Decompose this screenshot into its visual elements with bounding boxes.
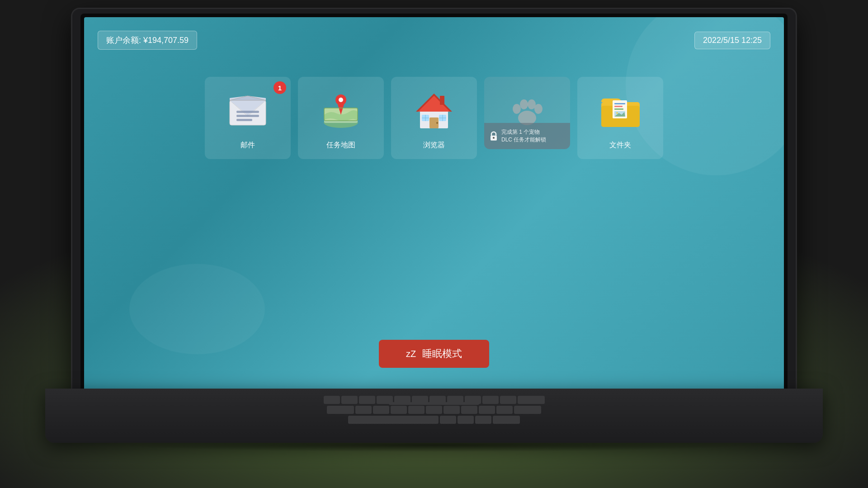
svg-point-27 — [513, 104, 521, 114]
app-tile-browser[interactable]: 浏览器 — [391, 77, 477, 159]
key — [373, 406, 389, 414]
key — [447, 396, 463, 404]
svg-point-32 — [493, 137, 495, 139]
svg-point-41 — [616, 112, 618, 114]
svg-point-30 — [534, 104, 542, 114]
svg-rect-3 — [236, 111, 259, 113]
app-tile-folder[interactable]: 文件夹 — [577, 77, 663, 159]
sleep-button[interactable]: zZ 睡眠模式 — [379, 340, 489, 368]
browser-icon — [411, 88, 457, 133]
laptop-base — [45, 389, 823, 443]
svg-point-28 — [520, 99, 528, 109]
key — [359, 396, 375, 404]
key — [440, 416, 456, 424]
key — [426, 406, 442, 414]
key — [500, 396, 516, 404]
key — [482, 396, 499, 404]
sleep-button-label: 睡眠模式 — [422, 347, 462, 361]
key — [458, 416, 474, 424]
key — [461, 406, 477, 414]
lock-overlay: 完成第 1 个宠物 DLC 任务才能解锁 — [484, 123, 570, 149]
app-tile-map[interactable]: 任务地图 — [298, 77, 384, 159]
sleep-button-row: zZ 睡眠模式 — [98, 340, 770, 377]
key — [355, 406, 372, 414]
key — [412, 396, 428, 404]
app-tile-pet: 完成第 1 个宠物 DLC 任务才能解锁 — [484, 77, 570, 149]
header-row: 账户余额: ¥194,707.59 2022/5/15 12:25 — [98, 31, 770, 50]
key — [429, 396, 446, 404]
datetime-badge: 2022/5/15 12:25 — [694, 32, 770, 49]
map-icon — [318, 88, 363, 133]
lock-text: 完成第 1 个宠物 DLC 任务才能解锁 — [501, 128, 546, 144]
svg-rect-25 — [440, 96, 444, 105]
svg-rect-5 — [236, 119, 252, 121]
key — [496, 406, 513, 414]
svg-rect-37 — [614, 106, 623, 107]
key — [408, 406, 425, 414]
key — [324, 396, 340, 404]
svg-rect-36 — [614, 103, 625, 104]
key — [377, 396, 393, 404]
svg-point-11 — [339, 98, 343, 102]
key — [514, 406, 541, 414]
key — [391, 406, 407, 414]
app-tile-mail[interactable]: 1 — [205, 77, 291, 159]
key — [479, 406, 495, 414]
zzz-icon: zZ — [406, 349, 416, 359]
folder-icon — [598, 88, 643, 133]
svg-marker-16 — [418, 96, 450, 112]
browser-label: 浏览器 — [423, 140, 445, 150]
key — [394, 396, 410, 404]
key — [475, 416, 491, 424]
folder-label: 文件夹 — [609, 140, 631, 150]
mail-icon — [225, 88, 270, 133]
svg-rect-38 — [614, 108, 623, 110]
key — [493, 416, 520, 424]
apps-grid: 1 — [98, 77, 770, 159]
notification-badge: 1 — [274, 81, 286, 94]
keyboard — [54, 392, 814, 431]
key-space — [348, 416, 439, 424]
balance-badge: 账户余额: ¥194,707.59 — [98, 31, 197, 50]
lock-icon — [490, 131, 498, 141]
key — [341, 396, 358, 404]
key — [518, 396, 545, 404]
key — [465, 396, 481, 404]
key — [327, 406, 354, 414]
map-label: 任务地图 — [326, 140, 355, 150]
svg-rect-4 — [236, 115, 259, 117]
svg-point-18 — [436, 122, 438, 124]
mail-label: 邮件 — [241, 140, 255, 150]
key — [443, 406, 460, 414]
